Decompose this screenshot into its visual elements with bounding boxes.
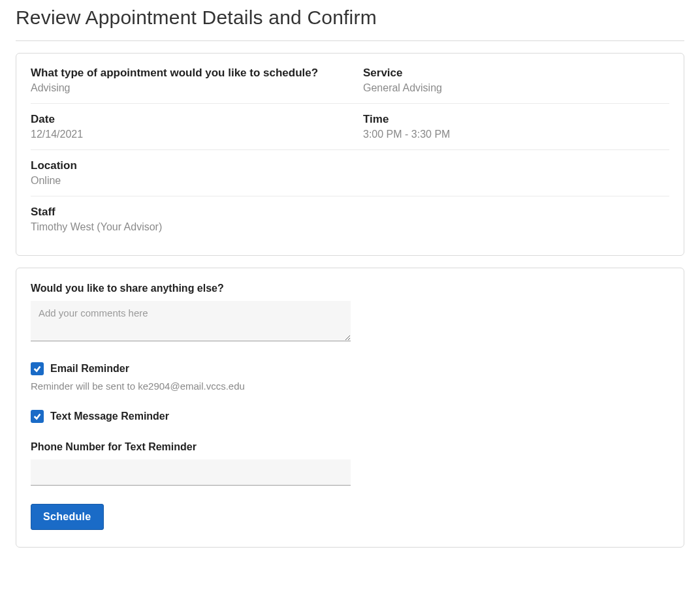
staff-cell: Staff Timothy West (Your Advisor) <box>31 206 337 233</box>
appt-type-cell: What type of appointment would you like … <box>31 67 337 94</box>
service-value: General Advising <box>363 82 669 94</box>
date-label: Date <box>31 113 337 126</box>
empty-cell-b <box>363 206 669 233</box>
summary-row-3: Location Online <box>31 149 669 196</box>
location-cell: Location Online <box>31 159 337 187</box>
page-container: Review Appointment Details and Confirm W… <box>0 0 700 563</box>
check-icon <box>33 412 42 421</box>
text-reminder-checkbox[interactable] <box>31 410 44 423</box>
email-reminder-row: Email Reminder <box>31 362 669 375</box>
email-reminder-group: Email Reminder Reminder will be sent to … <box>31 362 669 392</box>
schedule-button[interactable]: Schedule <box>31 504 104 530</box>
time-cell: Time 3:00 PM - 3:30 PM <box>363 113 669 140</box>
comments-input[interactable] <box>31 301 351 341</box>
service-cell: Service General Advising <box>363 67 669 94</box>
page-title: Review Appointment Details and Confirm <box>16 0 684 40</box>
summary-card: What type of appointment would you like … <box>16 53 684 256</box>
service-label: Service <box>363 67 669 80</box>
date-cell: Date 12/14/2021 <box>31 113 337 140</box>
staff-label: Staff <box>31 206 337 219</box>
staff-value: Timothy West (Your Advisor) <box>31 221 337 233</box>
phone-label: Phone Number for Text Reminder <box>31 441 669 453</box>
summary-row-4: Staff Timothy West (Your Advisor) <box>31 196 669 242</box>
time-value: 3:00 PM - 3:30 PM <box>363 129 669 140</box>
summary-row-2: Date 12/14/2021 Time 3:00 PM - 3:30 PM <box>31 103 669 149</box>
email-reminder-helper: Reminder will be sent to ke2904@email.vc… <box>31 380 669 392</box>
form-card: Would you like to share anything else? E… <box>16 268 684 548</box>
location-label: Location <box>31 159 337 172</box>
title-divider <box>16 40 684 41</box>
appt-type-label: What type of appointment would you like … <box>31 67 337 80</box>
text-reminder-row: Text Message Reminder <box>31 410 669 423</box>
text-reminder-label: Text Message Reminder <box>50 411 169 422</box>
comments-group: Would you like to share anything else? <box>31 283 669 344</box>
date-value: 12/14/2021 <box>31 129 337 140</box>
text-reminder-group: Text Message Reminder <box>31 410 669 423</box>
location-value: Online <box>31 175 337 187</box>
summary-row-1: What type of appointment would you like … <box>31 67 669 103</box>
appt-type-value: Advising <box>31 82 337 94</box>
phone-input[interactable] <box>31 459 351 486</box>
time-label: Time <box>363 113 669 126</box>
comments-label: Would you like to share anything else? <box>31 283 669 294</box>
form-actions: Schedule <box>31 504 669 530</box>
email-reminder-label: Email Reminder <box>50 363 129 375</box>
empty-cell-a <box>363 159 669 187</box>
check-icon <box>33 364 42 373</box>
email-reminder-checkbox[interactable] <box>31 362 44 375</box>
phone-group: Phone Number for Text Reminder <box>31 441 669 486</box>
